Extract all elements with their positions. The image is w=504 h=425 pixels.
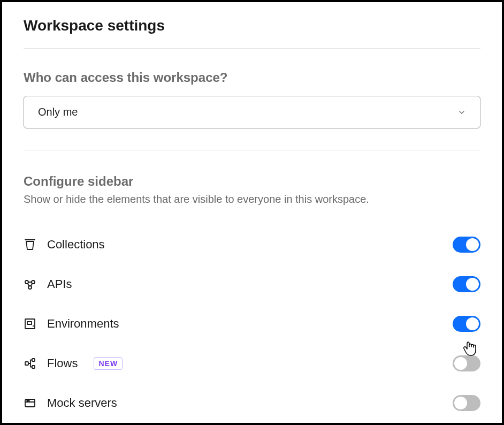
sidebar-item-flows: Flows NEW — [24, 344, 480, 383]
access-section-header: Who can access this workspace? — [24, 70, 480, 85]
svg-rect-7 — [25, 319, 35, 329]
sidebar-item-monitors: Monitors — [24, 423, 480, 425]
sidebar-item-collections: Collections — [24, 225, 480, 264]
access-select-value: Only me — [38, 106, 78, 118]
mock-servers-icon — [24, 397, 36, 409]
svg-rect-9 — [33, 325, 34, 327]
sidebar-item-label: Mock servers — [47, 396, 117, 410]
sidebar-item-label: Collections — [47, 238, 105, 252]
configure-sidebar-title: Configure sidebar — [24, 174, 480, 189]
svg-rect-8 — [27, 322, 32, 324]
collections-icon — [24, 238, 36, 251]
configure-sidebar-description: Show or hide the elements that are visib… — [24, 193, 480, 206]
sidebar-item-environments: Environments — [24, 304, 480, 344]
toggle-apis[interactable] — [453, 276, 480, 292]
sidebar-item-label: Environments — [47, 317, 119, 331]
svg-point-15 — [27, 400, 28, 401]
svg-point-16 — [28, 400, 29, 401]
divider — [24, 150, 480, 150]
svg-rect-10 — [25, 362, 28, 365]
toggle-environments[interactable] — [453, 316, 480, 332]
svg-line-6 — [31, 284, 33, 286]
toggle-collections[interactable] — [453, 237, 480, 253]
page-title: Workspace settings — [24, 17, 480, 34]
divider — [24, 48, 480, 49]
toggle-flows[interactable] — [453, 355, 480, 371]
access-select[interactable]: Only me — [24, 96, 480, 128]
svg-line-5 — [28, 284, 29, 286]
sidebar-item-mock-servers: Mock servers — [24, 383, 480, 423]
apis-icon — [24, 278, 36, 291]
flows-icon — [24, 357, 36, 370]
sidebar-item-label: APIs — [47, 277, 72, 291]
toggle-mock-servers[interactable] — [453, 395, 480, 411]
sidebar-item-label: Flows — [47, 356, 78, 370]
new-badge: NEW — [94, 357, 123, 370]
sidebar-item-apis: APIs — [24, 264, 480, 304]
chevron-down-icon — [457, 108, 466, 117]
environments-icon — [24, 317, 36, 330]
